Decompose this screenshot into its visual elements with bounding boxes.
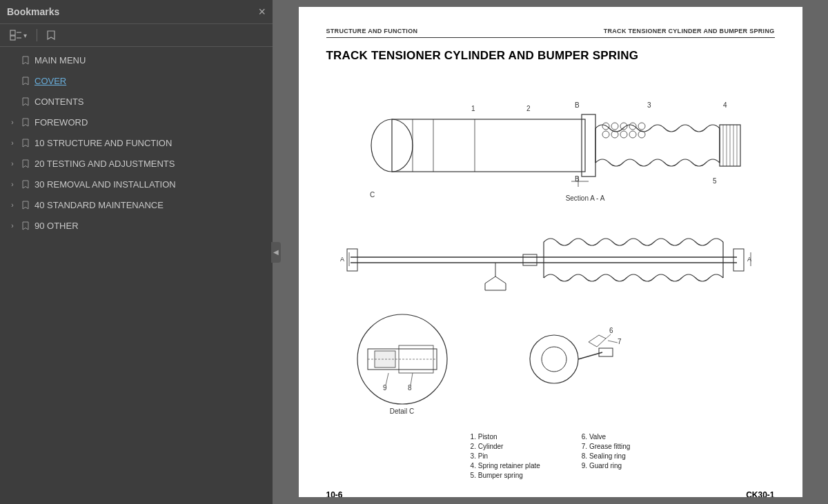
svg-rect-9 — [582, 114, 595, 177]
svg-point-27 — [638, 123, 645, 130]
part-item: 8. Sealing ring — [582, 452, 631, 460]
chevron-icon: › — [8, 222, 17, 230]
svg-text:5: 5 — [713, 177, 717, 185]
svg-text:3: 3 — [647, 101, 651, 109]
toolbar-divider — [37, 29, 37, 41]
bookmark-item-section-40[interactable]: ›40 STANDARD MAINTENANCE — [0, 194, 273, 215]
page-header: STRUCTURE AND FUNCTION TRACK TENSIONER C… — [326, 28, 775, 38]
bookmark-icon — [21, 139, 30, 148]
svg-text:Section A - A: Section A - A — [565, 194, 604, 202]
page-main-title: TRACK TENSIONER CYLINDER AND BUMPER SPRI… — [326, 49, 775, 63]
bookmark-item-main-menu[interactable]: MAIN MENU — [0, 50, 273, 70]
bookmark-item-section-20[interactable]: ›20 TESTING AND ADJUSTMENTS — [0, 153, 273, 174]
bookmark-item-foreword[interactable]: ›FOREWORD — [0, 112, 273, 132]
svg-point-29 — [611, 131, 618, 138]
page-view: STRUCTURE AND FUNCTION TRACK TENSIONER C… — [299, 7, 802, 497]
bookmark-item-cover[interactable]: COVER — [0, 70, 273, 91]
parts-col-1: 1. Piston2. Cylinder3. Pin4. Spring reta… — [471, 433, 540, 479]
part-item: 6. Valve — [582, 433, 631, 441]
part-item: 5. Bumper spring — [471, 472, 540, 479]
svg-line-59 — [386, 373, 388, 385]
bookmark-label: 20 TESTING AND ADJUSTMENTS — [34, 159, 175, 169]
svg-point-62 — [542, 347, 566, 372]
bookmark-icon — [21, 201, 30, 210]
header-left: STRUCTURE AND FUNCTION — [326, 28, 418, 34]
part-item: 7. Grease fitting — [582, 443, 631, 450]
svg-text:7: 7 — [618, 338, 622, 345]
svg-text:A: A — [747, 256, 751, 263]
header-right: TRACK TENSIONER CYLINDER AND BUMPER SPRI… — [604, 28, 775, 34]
svg-text:8: 8 — [408, 384, 412, 392]
bookmark-icon — [21, 221, 30, 230]
svg-text:2: 2 — [526, 105, 531, 112]
bookmark-label: 10 STRUCTURE AND FUNCTION — [34, 138, 172, 148]
sidebar-toolbar: ▾ — [0, 24, 273, 47]
svg-point-32 — [638, 131, 645, 138]
chevron-icon: › — [8, 160, 17, 168]
svg-point-23 — [602, 123, 609, 130]
svg-point-61 — [530, 335, 578, 383]
svg-text:A: A — [340, 256, 344, 263]
bookmark-label: COVER — [34, 76, 66, 86]
side-spring-drawing: A A — [337, 221, 765, 304]
page-number: 10-6 — [326, 490, 343, 497]
svg-rect-51 — [523, 254, 537, 265]
svg-point-30 — [620, 131, 627, 138]
bookmark-item-contents[interactable]: CONTENTS — [0, 91, 273, 112]
bookmark-icon — [21, 56, 30, 65]
svg-point-26 — [629, 123, 636, 130]
chevron-icon: › — [8, 181, 17, 188]
svg-text:B: B — [575, 101, 580, 109]
page-footer: 10-6 CK30-1 — [326, 490, 775, 497]
collapse-handle[interactable]: ◀ — [271, 242, 281, 263]
sidebar-title: Bookmarks — [7, 6, 59, 17]
close-icon[interactable]: × — [258, 6, 266, 18]
svg-rect-48 — [733, 249, 744, 271]
bookmark-item-section-10[interactable]: ›10 STRUCTURE AND FUNCTION — [0, 132, 273, 153]
part-item: 9. Guard ring — [582, 462, 631, 470]
drawing-container: 1 2 B 3 4 B 5 C — [326, 77, 775, 479]
bookmark-icon — [21, 77, 30, 85]
sidebar: Bookmarks × ▾ MAIN MENUCOVERCONTENTS›FOR… — [0, 0, 273, 504]
sidebar-header: Bookmarks × — [0, 0, 273, 24]
part-item: 1. Piston — [471, 433, 540, 441]
svg-rect-1 — [10, 36, 15, 40]
valve-detail-container: 6 7 — [506, 318, 630, 401]
svg-rect-5 — [392, 119, 585, 172]
doc-number: CK30-1 — [746, 490, 774, 497]
expand-all-button[interactable]: ▾ — [7, 28, 30, 42]
parts-legend: 1. Piston2. Cylinder3. Pin4. Spring reta… — [471, 433, 631, 479]
chevron-icon: › — [8, 139, 17, 147]
top-assembly-drawing: 1 2 B 3 4 B 5 C — [337, 77, 765, 214]
detail-drawings-row: 9 8 Detail C — [326, 311, 775, 415]
svg-point-31 — [629, 131, 636, 138]
valve-detail-drawing: 6 7 — [506, 318, 630, 401]
bookmark-item-section-30[interactable]: ›30 REMOVAL AND INSTALLATION — [0, 174, 273, 194]
detail-c-container: 9 8 Detail C — [326, 311, 478, 415]
bookmark-list: MAIN MENUCOVERCONTENTS›FOREWORD›10 STRUC… — [0, 47, 273, 504]
bookmark-item-section-90[interactable]: ›90 OTHER — [0, 215, 273, 236]
svg-point-24 — [611, 123, 618, 130]
detail-c-drawing: 9 8 — [326, 311, 478, 407]
part-item: 2. Cylinder — [471, 443, 540, 450]
bookmark-view-button[interactable] — [44, 29, 58, 41]
bookmark-label: MAIN MENU — [34, 55, 86, 65]
svg-point-28 — [602, 131, 609, 138]
bookmark-icon — [21, 118, 30, 127]
chevron-icon: › — [8, 201, 17, 209]
bookmark-icon — [21, 180, 30, 189]
detail-c-label: Detail C — [390, 407, 415, 415]
bookmark-label: CONTENTS — [34, 97, 84, 107]
bookmark-label: 40 STANDARD MAINTENANCE — [34, 200, 164, 210]
bookmark-label: 30 REMOVAL AND INSTALLATION — [34, 179, 176, 190]
svg-rect-47 — [347, 249, 357, 271]
bookmark-icon — [21, 97, 30, 106]
part-item: 3. Pin — [471, 452, 540, 460]
bookmark-label: 90 OTHER — [34, 221, 79, 231]
svg-text:6: 6 — [609, 327, 613, 334]
svg-text:C: C — [370, 191, 375, 199]
svg-text:9: 9 — [383, 384, 387, 392]
main-content: STRUCTURE AND FUNCTION TRACK TENSIONER C… — [273, 0, 828, 504]
bookmark-icon — [21, 159, 30, 168]
chevron-icon: › — [8, 119, 17, 126]
